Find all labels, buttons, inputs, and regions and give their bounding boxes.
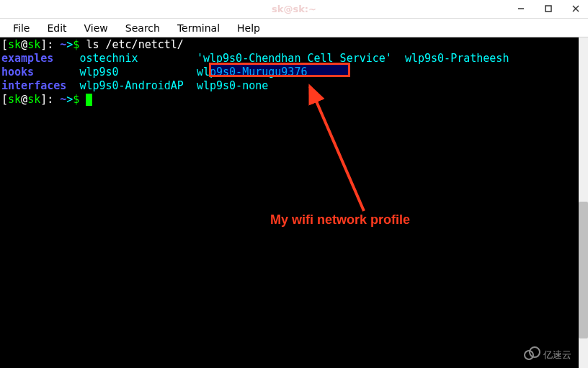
dir-hooks: hooks (1, 66, 34, 78)
bracket: [ (1, 93, 8, 106)
prompt-path: ~ (60, 38, 66, 51)
listing-row-1: examples ostechnix 'wlp9s0-Chendhan Cell… (1, 52, 587, 66)
prompt-at: @ (21, 93, 27, 106)
listing-row-3: interfaces wlp9s0-AndroidAP wlp9s0-none (1, 79, 587, 93)
bracket-close: ] (40, 38, 47, 51)
prompt-user: sk (8, 93, 21, 106)
prompt-arrow: > (66, 93, 73, 106)
file-murugu: wlp9s0-Murugu9376 (197, 66, 308, 78)
file-pratheesh: wlp9s0-Pratheesh (405, 52, 509, 65)
annotation-label: My wifi network profile (270, 213, 410, 227)
dir-examples: examples (1, 52, 53, 65)
prompt-line-1: [sk@sk]: ~>$ ls /etc/netctl/ (1, 38, 587, 52)
prompt-line-2: [sk@sk]: ~>$ (1, 93, 587, 107)
prompt-at: @ (21, 38, 27, 51)
menu-view[interactable]: View (77, 20, 115, 36)
watermark-text: 亿速云 (543, 349, 571, 360)
path-sep: : (47, 38, 60, 51)
terminal-area[interactable]: [sk@sk]: ~>$ ls /etc/netctl/ examples os… (0, 37, 588, 368)
menu-help[interactable]: Help (230, 20, 267, 36)
bracket: [ (1, 38, 8, 51)
file-ostechnix: ostechnix (79, 52, 138, 65)
path-sep: : (47, 93, 60, 106)
dir-interfaces: interfaces (1, 79, 66, 92)
menu-terminal[interactable]: Terminal (170, 20, 227, 36)
menu-search[interactable]: Search (118, 20, 167, 36)
svg-point-6 (525, 351, 533, 359)
menu-edit[interactable]: Edit (40, 20, 74, 36)
prompt-dollar: $ (73, 93, 86, 106)
file-chendhan: 'wlp9s0-Chendhan Cell Service' (197, 52, 392, 65)
maximize-button[interactable] (539, 1, 558, 16)
minimize-button[interactable] (512, 1, 530, 16)
minimize-icon (517, 5, 525, 12)
listing-row-2: hooks wlp9s0 wlp9s0-Murugu9376 (1, 66, 587, 79)
maximize-icon (545, 5, 552, 12)
menubar: File Edit View Search Terminal Help (0, 19, 588, 37)
prompt-dollar: $ (73, 38, 86, 51)
file-none: wlp9s0-none (197, 79, 268, 92)
prompt-user: sk (8, 38, 21, 51)
cursor (86, 94, 92, 106)
file-wlp9s0: wlp9s0 (79, 66, 118, 78)
close-button[interactable] (566, 1, 585, 16)
command-text: ls /etc/netctl/ (86, 38, 183, 51)
svg-rect-1 (545, 6, 551, 12)
window-controls (512, 1, 585, 16)
window-title: sk@sk:~ (272, 4, 316, 14)
prompt-host: sk (27, 38, 40, 51)
menu-file[interactable]: File (6, 20, 37, 36)
close-icon (572, 5, 579, 12)
prompt-path: ~ (60, 93, 66, 106)
file-androidap: wlp9s0-AndroidAP (79, 79, 184, 92)
bracket-close: ] (40, 93, 47, 106)
scrollbar-thumb[interactable] (579, 202, 588, 338)
prompt-host: sk (27, 93, 40, 106)
scrollbar[interactable] (579, 37, 588, 368)
titlebar: sk@sk:~ (0, 0, 588, 19)
prompt-arrow: > (66, 38, 73, 51)
watermark: 亿速云 (520, 342, 578, 364)
